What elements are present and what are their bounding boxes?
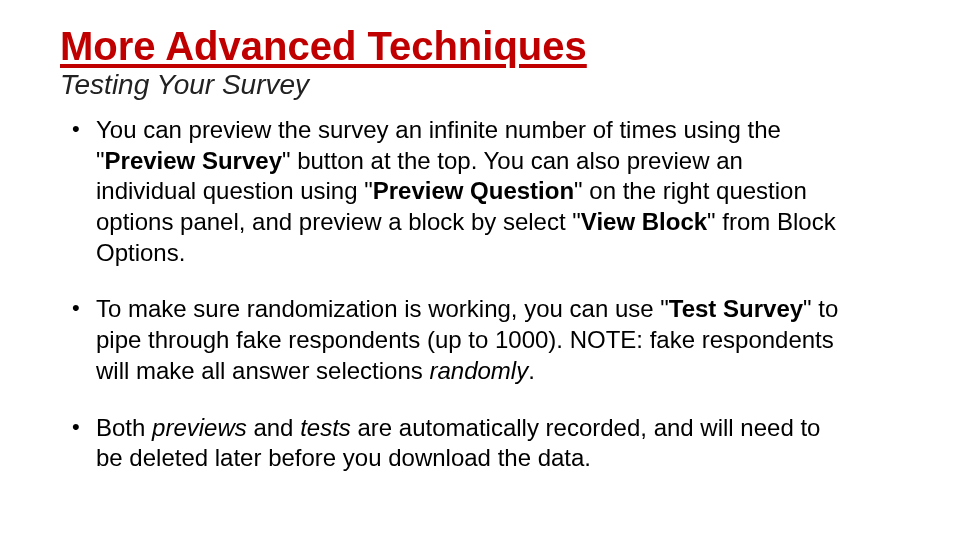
bold-text: Preview Survey: [105, 147, 282, 174]
bullet-item-1: You can preview the survey an infinite n…: [96, 115, 900, 269]
slide: More Advanced Techniques Testing Your Su…: [0, 0, 960, 520]
italic-text: randomly: [429, 357, 528, 384]
italic-text: tests: [300, 414, 351, 441]
bullet-item-3: Both previews and tests are automaticall…: [96, 413, 900, 474]
text: To make sure randomization is working, y…: [96, 295, 669, 322]
bullet-list: You can preview the survey an infinite n…: [60, 115, 900, 474]
slide-subtitle: Testing Your Survey: [60, 70, 900, 101]
bullet-item-2: To make sure randomization is working, y…: [96, 294, 900, 386]
slide-title: More Advanced Techniques: [60, 24, 900, 68]
bold-text: View Block: [581, 208, 707, 235]
bold-text: Test Survey: [669, 295, 803, 322]
text: .: [528, 357, 535, 384]
italic-text: previews: [152, 414, 247, 441]
bold-text: Preview Question: [373, 177, 574, 204]
text: Both: [96, 414, 152, 441]
text: and: [247, 414, 300, 441]
